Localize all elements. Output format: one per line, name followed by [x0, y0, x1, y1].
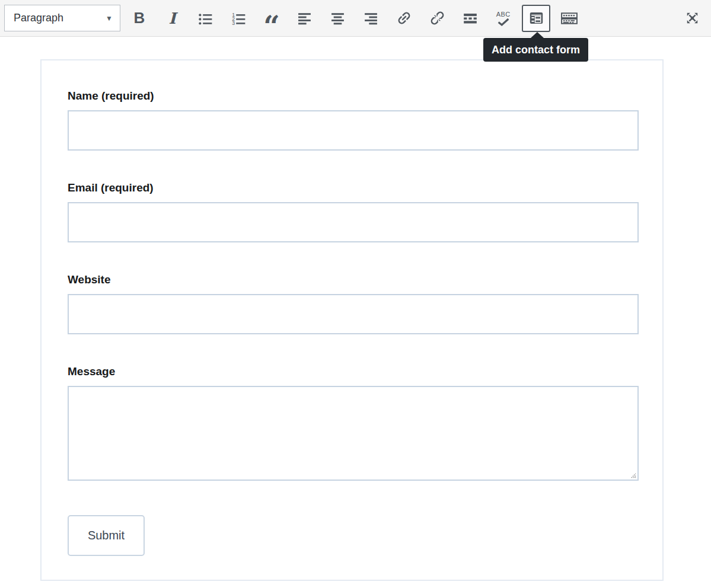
- svg-text:3: 3: [232, 20, 235, 25]
- remove-link-button[interactable]: [420, 3, 454, 34]
- align-right-icon: [364, 11, 378, 25]
- numbered-list-button[interactable]: 1 2 3: [222, 3, 255, 34]
- align-left-icon: [297, 11, 312, 25]
- email-field[interactable]: [68, 202, 639, 242]
- spellcheck-button[interactable]: ABC: [487, 3, 520, 34]
- resize-grip-icon[interactable]: [630, 472, 636, 478]
- contact-form-preview: Name (required) Email (required) Website…: [40, 59, 664, 581]
- message-field-wrap: [68, 386, 639, 481]
- field-label-website: Website: [68, 273, 639, 286]
- website-field[interactable]: [68, 294, 639, 334]
- read-more-button[interactable]: [454, 3, 487, 34]
- chevron-down-icon: ▼: [106, 14, 113, 23]
- blockquote-icon: “: [263, 20, 280, 32]
- tooltip: Add contact form: [483, 38, 588, 62]
- submit-button[interactable]: Submit: [68, 515, 145, 556]
- italic-icon: I: [169, 9, 176, 27]
- insert-link-button[interactable]: [387, 3, 420, 34]
- message-field[interactable]: [68, 386, 639, 481]
- field-label-message: Message: [68, 365, 639, 378]
- contact-form-icon: [528, 10, 544, 26]
- editor-toolbar: Paragraph ▼ B I 1 2 3 “: [0, 0, 711, 37]
- add-contact-form-button[interactable]: [520, 3, 553, 34]
- fullscreen-button[interactable]: [676, 3, 709, 34]
- align-left-button[interactable]: [288, 3, 321, 34]
- tooltip-text: Add contact form: [492, 44, 580, 56]
- align-center-icon: [330, 11, 345, 25]
- field-label-name: Name (required): [68, 89, 639, 103]
- blockquote-button[interactable]: “: [255, 3, 288, 34]
- read-more-tag-icon: [463, 11, 478, 26]
- keyboard-shortcuts-button[interactable]: [553, 3, 586, 34]
- editor-canvas[interactable]: Name (required) Email (required) Website…: [0, 37, 711, 588]
- field-label-email: Email (required): [68, 181, 639, 194]
- name-field[interactable]: [68, 110, 639, 151]
- fullscreen-icon: [684, 10, 700, 26]
- bulleted-list-icon: [197, 11, 213, 26]
- numbered-list-icon: 1 2 3: [231, 11, 246, 26]
- bulleted-list-button[interactable]: [189, 3, 222, 34]
- bold-icon: B: [134, 9, 145, 27]
- paragraph-style-dropdown[interactable]: Paragraph ▼: [4, 5, 120, 31]
- italic-button[interactable]: I: [156, 3, 189, 34]
- bold-button[interactable]: B: [123, 3, 156, 34]
- align-right-button[interactable]: [355, 3, 388, 34]
- align-center-button[interactable]: [321, 3, 355, 34]
- link-icon: [396, 10, 412, 26]
- keyboard-icon: [560, 10, 578, 27]
- unlink-icon: [429, 10, 445, 26]
- paragraph-style-value: Paragraph: [14, 12, 106, 24]
- active-button-highlight: [522, 5, 550, 32]
- spellcheck-icon: ABC: [496, 11, 511, 26]
